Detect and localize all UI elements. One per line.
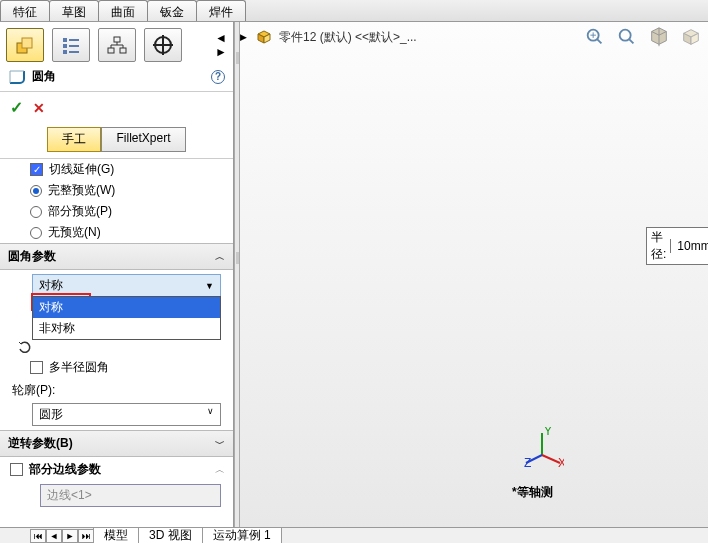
svg-rect-9 bbox=[108, 48, 114, 53]
viewport-header: ▶ 零件12 (默认) <<默认>_... bbox=[234, 26, 708, 48]
zoom-area-icon[interactable] bbox=[616, 26, 638, 48]
document-title: 零件12 (默认) <<默认>_... bbox=[279, 29, 417, 46]
dropdown-opt-asymmetric[interactable]: 非对称 bbox=[33, 318, 220, 339]
bottom-tab-motion[interactable]: 运动算例 1 bbox=[202, 528, 282, 544]
partial-edge-header[interactable]: ✓ 部分边线参数 ︿ bbox=[0, 457, 233, 482]
panel-nav-right[interactable]: ► bbox=[215, 45, 227, 59]
tab-nav: ⏮ ◄ ► ⏭ bbox=[30, 529, 94, 543]
tab-sketch[interactable]: 草图 bbox=[49, 0, 99, 21]
bottom-tab-bar: ⏮ ◄ ► ⏭ 模型 3D 视图 运动算例 1 bbox=[0, 527, 708, 543]
command-manager-tabs: 特征 草图 曲面 钣金 焊件 bbox=[0, 0, 708, 22]
no-preview-label: 无预览(N) bbox=[48, 224, 101, 241]
partial-preview-label: 部分预览(P) bbox=[48, 203, 112, 220]
tab-weldment[interactable]: 焊件 bbox=[196, 0, 246, 21]
dim-manager-tab[interactable] bbox=[144, 28, 182, 62]
tab-nav-last[interactable]: ⏭ bbox=[78, 529, 94, 543]
tab-features[interactable]: 特征 bbox=[0, 0, 50, 21]
property-manager-tab[interactable] bbox=[52, 28, 90, 62]
filletxpert-mode-button[interactable]: FilletXpert bbox=[101, 127, 185, 152]
checkbox-on-icon: ✓ bbox=[30, 163, 43, 176]
tab-nav-first[interactable]: ⏮ bbox=[30, 529, 46, 543]
radio-off-icon bbox=[30, 227, 42, 239]
profile-value: 圆形 bbox=[39, 406, 63, 423]
chevron-up-icon: ︿ bbox=[215, 463, 225, 477]
list-icon bbox=[61, 35, 81, 55]
svg-rect-7 bbox=[69, 51, 79, 53]
svg-rect-6 bbox=[63, 50, 67, 54]
profile-label: 轮廓(P): bbox=[12, 382, 221, 399]
manager-tab-row: ◄ ► bbox=[0, 22, 233, 62]
fillet-params-label: 圆角参数 bbox=[8, 248, 56, 265]
multi-radius-label: 多半径圆角 bbox=[49, 359, 109, 376]
tangent-label: 切线延伸(G) bbox=[49, 161, 114, 178]
svg-rect-4 bbox=[63, 44, 67, 48]
chevron-down-icon: ∨ bbox=[207, 406, 214, 423]
checkbox-off-icon: ✓ bbox=[30, 361, 43, 374]
graphics-viewport[interactable]: ▶ 零件12 (默认) <<默认>_... bbox=[234, 22, 708, 527]
ok-button[interactable]: ✓ bbox=[10, 98, 23, 117]
partial-edge-label: 部分边线参数 bbox=[29, 461, 101, 478]
tab-nav-next[interactable]: ► bbox=[62, 529, 78, 543]
ok-cancel-row: ✓ ✕ bbox=[0, 92, 233, 123]
tab-sheetmetal[interactable]: 钣金 bbox=[147, 0, 197, 21]
symmetry-dropdown-list: 对称 非对称 bbox=[32, 296, 221, 340]
orientation-triad[interactable]: Y X Z bbox=[524, 427, 564, 467]
chevron-down-icon: ▼ bbox=[205, 281, 214, 291]
property-manager: ◄ ► 圆角 ? ✓ ✕ 手工 FilletXpert ✓ 切线延伸(G) bbox=[0, 22, 234, 527]
feature-manager-tab[interactable] bbox=[6, 28, 44, 62]
radius-value[interactable]: 10mm bbox=[670, 239, 708, 253]
heads-up-toolbar bbox=[584, 26, 702, 48]
orientation-label: *等轴测 bbox=[512, 484, 553, 501]
mode-row: 手工 FilletXpert bbox=[0, 123, 233, 158]
feature-tree-icon bbox=[15, 35, 35, 55]
options-scroll[interactable]: ✓ 切线延伸(G) 完整预览(W) 部分预览(P) 无预览(N) 圆角参数 ︿ bbox=[0, 158, 233, 527]
svg-rect-10 bbox=[120, 48, 126, 53]
reverse-params-label: 逆转参数(B) bbox=[8, 435, 73, 452]
svg-rect-8 bbox=[114, 37, 120, 42]
dropdown-opt-symmetric[interactable]: 对称 bbox=[33, 297, 220, 318]
no-preview-row[interactable]: 无预览(N) bbox=[0, 222, 233, 243]
symmetry-dropdown[interactable]: 对称 ▼ 对称 非对称 bbox=[32, 274, 221, 297]
reverse-direction-row[interactable] bbox=[0, 337, 233, 357]
radius-label: 半径: bbox=[647, 229, 670, 263]
tangent-propagation-row[interactable]: ✓ 切线延伸(G) bbox=[0, 159, 233, 180]
radio-off-icon bbox=[30, 206, 42, 218]
help-icon[interactable]: ? bbox=[211, 70, 225, 84]
panel-nav-left[interactable]: ◄ bbox=[215, 31, 227, 45]
radio-on-icon bbox=[30, 185, 42, 197]
cancel-button[interactable]: ✕ bbox=[33, 100, 45, 116]
tab-nav-prev[interactable]: ◄ bbox=[46, 529, 62, 543]
full-preview-row[interactable]: 完整预览(W) bbox=[0, 180, 233, 201]
chevron-up-icon: ︿ bbox=[215, 250, 225, 264]
svg-rect-1 bbox=[22, 38, 32, 48]
reverse-params-header[interactable]: 逆转参数(B) ﹀ bbox=[0, 430, 233, 457]
config-manager-tab[interactable] bbox=[98, 28, 136, 62]
main-area: ◄ ► 圆角 ? ✓ ✕ 手工 FilletXpert ✓ 切线延伸(G) bbox=[0, 22, 708, 527]
flyout-tree-arrow[interactable]: ▶ bbox=[240, 32, 247, 42]
part-icon bbox=[255, 29, 273, 45]
fillet-params-header[interactable]: 圆角参数 ︿ bbox=[0, 243, 233, 270]
reverse-icon bbox=[18, 339, 34, 355]
profile-dropdown[interactable]: 圆形 ∨ bbox=[32, 403, 221, 426]
bottom-tab-model[interactable]: 模型 bbox=[93, 528, 139, 544]
multi-radius-row[interactable]: ✓ 多半径圆角 bbox=[0, 357, 233, 378]
symmetry-selected: 对称 bbox=[39, 277, 63, 294]
panel-nav: ◄ ► bbox=[215, 31, 227, 59]
crosshair-icon bbox=[153, 35, 173, 55]
feature-header: 圆角 ? bbox=[0, 62, 233, 92]
section-view-icon[interactable] bbox=[648, 26, 670, 48]
partial-preview-row[interactable]: 部分预览(P) bbox=[0, 201, 233, 222]
hierarchy-icon bbox=[107, 35, 127, 55]
manual-mode-button[interactable]: 手工 bbox=[47, 127, 101, 152]
edge-selection-box[interactable]: 边线<1> bbox=[40, 484, 221, 507]
full-preview-label: 完整预览(W) bbox=[48, 182, 115, 199]
bottom-tab-3dview[interactable]: 3D 视图 bbox=[138, 528, 203, 544]
svg-rect-2 bbox=[63, 38, 67, 42]
zoom-fit-icon[interactable] bbox=[584, 26, 606, 48]
panel-splitter[interactable] bbox=[234, 22, 240, 527]
checkbox-off-icon: ✓ bbox=[10, 463, 23, 476]
radius-callout[interactable]: 半径: 10mm bbox=[646, 227, 708, 265]
tab-surface[interactable]: 曲面 bbox=[98, 0, 148, 21]
svg-text:Z: Z bbox=[524, 456, 531, 467]
view-orient-icon[interactable] bbox=[680, 26, 702, 48]
